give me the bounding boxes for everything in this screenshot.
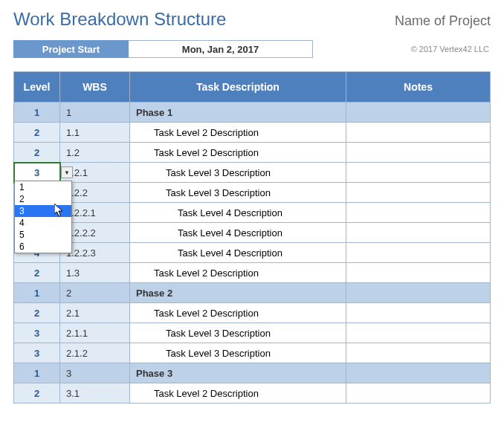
level-cell[interactable]: 2 [14,303,60,323]
table-row: 41.2.2.2Task Level 4 Description [14,223,491,243]
wbs-cell[interactable]: 2 [60,283,130,303]
wbs-table: Level WBS Task Description Notes 11Phase… [13,71,491,403]
notes-cell[interactable] [346,303,491,323]
col-notes[interactable]: Notes [346,72,491,103]
notes-cell[interactable] [346,383,491,403]
table-row: 3▼1234561.2.1Task Level 3 Description [14,163,491,183]
wbs-cell[interactable]: 3.1 [60,383,130,403]
desc-cell[interactable]: Phase 1 [130,103,346,123]
notes-cell[interactable] [346,163,491,183]
level-cell[interactable]: 3 [14,323,60,343]
desc-cell[interactable]: Phase 3 [130,363,346,383]
wbs-cell[interactable]: 1.3 [60,263,130,283]
desc-cell[interactable]: Phase 2 [130,283,346,303]
level-cell[interactable]: 2 [14,123,60,143]
table-row: 41.2.2.1Task Level 4 Description [14,203,491,223]
col-level[interactable]: Level [14,72,60,103]
notes-cell[interactable] [346,343,491,363]
level-cell[interactable]: 2 [14,263,60,283]
desc-cell[interactable]: Task Level 2 Description [130,143,346,163]
table-row: 12Phase 2 [14,283,491,303]
wbs-cell[interactable]: 3 [60,363,130,383]
desc-cell[interactable]: Task Level 2 Description [130,263,346,283]
header: Work Breakdown Structure Name of Project [13,9,491,30]
desc-cell[interactable]: Task Level 3 Description [130,343,346,363]
wbs-cell[interactable]: 2.1.1 [60,323,130,343]
level-cell[interactable]: 3▼123456 [14,163,60,183]
table-row: 21.2Task Level 2 Description [14,143,491,163]
dropdown-item[interactable]: 1 [15,181,71,193]
desc-cell[interactable]: Task Level 3 Description [130,163,346,183]
project-start-row: Project Start Mon, Jan 2, 2017 © 2017 Ve… [13,40,491,58]
notes-cell[interactable] [346,143,491,163]
wbs-cell[interactable]: 1 [60,103,130,123]
project-start-date[interactable]: Mon, Jan 2, 2017 [129,40,313,58]
table-row: 22.1Task Level 2 Description [14,303,491,323]
notes-cell[interactable] [346,123,491,143]
wbs-cell[interactable]: 2.1 [60,303,130,323]
level-dropdown: 123456 [14,181,72,253]
table-row: 23.1Task Level 2 Description [14,383,491,403]
level-cell[interactable]: 2 [14,143,60,163]
wbs-cell[interactable]: 1.1 [60,123,130,143]
copyright-text: © 2017 Vertex42 LLC [313,45,491,54]
level-cell[interactable]: 3 [14,343,60,363]
desc-cell[interactable]: Task Level 3 Description [130,183,346,203]
notes-cell[interactable] [346,323,491,343]
table-header-row: Level WBS Task Description Notes [14,72,491,103]
wbs-cell[interactable]: 2.1.2 [60,343,130,363]
notes-cell[interactable] [346,103,491,123]
dropdown-item[interactable]: 6 [15,241,71,253]
notes-cell[interactable] [346,263,491,283]
table-row: 41.2.2.3Task Level 4 Description [14,243,491,263]
page-title: Work Breakdown Structure [13,9,226,30]
notes-cell[interactable] [346,283,491,303]
dropdown-arrow-icon[interactable]: ▼ [61,166,73,178]
project-start-label: Project Start [13,40,129,58]
table-row: 13Phase 3 [14,363,491,383]
table-row: 32.1.1Task Level 3 Description [14,323,491,343]
dropdown-item[interactable]: 3 [15,205,71,217]
table-row: 21.1Task Level 2 Description [14,123,491,143]
desc-cell[interactable]: Task Level 2 Description [130,123,346,143]
notes-cell[interactable] [346,223,491,243]
table-row: 32.1.2Task Level 3 Description [14,343,491,363]
level-cell[interactable]: 1 [14,363,60,383]
notes-cell[interactable] [346,243,491,263]
desc-cell[interactable]: Task Level 4 Description [130,243,346,263]
notes-cell[interactable] [346,363,491,383]
table-row: 31.2.2Task Level 3 Description [14,183,491,203]
dropdown-item[interactable]: 2 [15,193,71,205]
desc-cell[interactable]: Task Level 2 Description [130,383,346,403]
desc-cell[interactable]: Task Level 2 Description [130,303,346,323]
dropdown-item[interactable]: 4 [15,217,71,229]
desc-cell[interactable]: Task Level 3 Description [130,323,346,343]
col-desc[interactable]: Task Description [130,72,346,103]
level-cell[interactable]: 1 [14,103,60,123]
table-row: 21.3Task Level 2 Description [14,263,491,283]
level-cell[interactable]: 1 [14,283,60,303]
notes-cell[interactable] [346,183,491,203]
dropdown-item[interactable]: 5 [15,229,71,241]
project-name: Name of Project [395,13,491,29]
col-wbs[interactable]: WBS [60,72,130,103]
notes-cell[interactable] [346,203,491,223]
desc-cell[interactable]: Task Level 4 Description [130,203,346,223]
wbs-cell[interactable]: 1.2 [60,143,130,163]
table-row: 11Phase 1 [14,103,491,123]
desc-cell[interactable]: Task Level 4 Description [130,223,346,243]
level-cell[interactable]: 2 [14,383,60,403]
